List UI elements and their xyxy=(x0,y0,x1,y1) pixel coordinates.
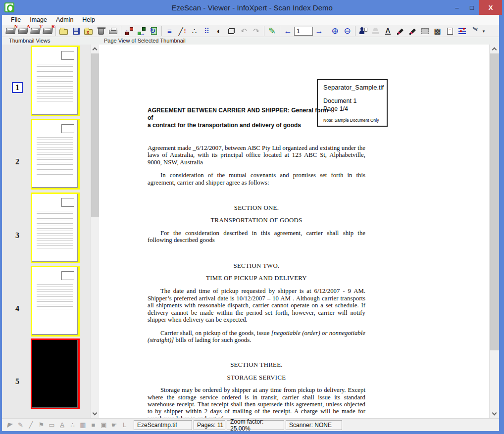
adjust-settings-button[interactable] xyxy=(456,26,468,37)
open-file-button[interactable] xyxy=(57,26,70,37)
toolbar-separator xyxy=(278,26,282,36)
marker-icon xyxy=(409,27,417,35)
hand-tool-icon[interactable]: ☛ xyxy=(109,420,119,430)
paragraph: The date and time of pickup requested by… xyxy=(148,288,365,323)
wand-dropdown-button[interactable]: ▾ xyxy=(481,26,487,37)
zoom-out-button[interactable]: ⊖ xyxy=(341,26,353,37)
page-number-input[interactable] xyxy=(294,27,313,36)
text-annotation-button[interactable]: A xyxy=(382,26,394,37)
zoom-in-button[interactable]: ⊕ xyxy=(329,26,341,37)
despeckle-light-button[interactable]: ∴ xyxy=(188,26,201,37)
close-icon: X xyxy=(489,4,493,11)
thumbnail-page-5[interactable] xyxy=(31,338,80,409)
paragraph: For the consideration described in this … xyxy=(148,230,365,244)
prev-page-button[interactable]: ← xyxy=(282,26,294,37)
toolbar-separator xyxy=(325,26,329,36)
status-scanner: Scanner: NONE xyxy=(286,420,342,430)
scroll-down-button[interactable] xyxy=(91,410,99,418)
page-view-scrollbar-thumb[interactable] xyxy=(490,53,499,350)
maximize-button[interactable]: □ xyxy=(464,0,479,15)
redo-icon: ↷ xyxy=(253,27,259,35)
marker-2-button[interactable] xyxy=(406,26,419,37)
crop-border-button[interactable] xyxy=(225,26,238,37)
close-button[interactable]: X xyxy=(479,0,502,15)
thumbnail-number-2: 2 xyxy=(12,157,23,166)
move-page-left-button[interactable]: ← xyxy=(123,26,135,37)
magic-wand-button[interactable] xyxy=(468,26,481,37)
spray-tool-icon[interactable]: ∴ xyxy=(67,420,78,430)
panel-header-row: Thumbnail Views Page View of Selected Th… xyxy=(2,37,499,45)
thumbnail-scrollbar-thumb[interactable] xyxy=(91,53,99,217)
stamp-button[interactable] xyxy=(369,26,382,37)
printer-icon xyxy=(109,30,117,34)
zoom-in-icon: ⊕ xyxy=(331,27,338,35)
thumbnail-page-image xyxy=(32,194,78,262)
rotate-icon: ↻ xyxy=(151,27,157,35)
save-file-button[interactable] xyxy=(70,26,82,37)
scan-append-button[interactable]: A xyxy=(17,26,29,37)
clean-image-button[interactable]: ▩ xyxy=(431,26,444,37)
thumbnail-page-4[interactable] xyxy=(31,266,80,337)
redact-person-button[interactable] xyxy=(357,26,369,37)
notes-button[interactable]: ≈ xyxy=(444,26,456,37)
delete-file-button[interactable]: x xyxy=(82,26,95,37)
despeckle-heavy-button[interactable]: ⠿ xyxy=(201,26,213,37)
next-page-button[interactable]: → xyxy=(313,26,325,37)
despeckle-light-icon: ∴ xyxy=(192,27,197,35)
redo-button[interactable]: ↷ xyxy=(250,26,262,37)
menu-admin[interactable]: Admin xyxy=(52,15,77,24)
minimize-button[interactable]: – xyxy=(450,0,464,15)
delete-folder-icon: x xyxy=(84,29,93,35)
menu-help[interactable]: Help xyxy=(78,15,99,24)
thumbnail-page-3[interactable] xyxy=(31,193,80,263)
deskew-button[interactable]: ╱! xyxy=(176,26,188,37)
scan-replace-button[interactable]: R xyxy=(42,26,54,37)
lasso-tool-icon[interactable]: ⚑ xyxy=(36,420,47,430)
page-view[interactable]: Separator_Sample.tif Document 1 Page 1/4… xyxy=(99,45,489,418)
scroll-up-button[interactable] xyxy=(490,45,499,53)
highlighter-button[interactable]: ✎ xyxy=(266,26,278,37)
select-region-button[interactable] xyxy=(419,26,431,37)
marker-1-button[interactable] xyxy=(394,26,406,37)
menu-image[interactable]: Image xyxy=(26,15,51,24)
paragraph: Agreement made _6/12/2007, between ABC P… xyxy=(148,145,365,166)
align-lines-button[interactable]: ≡ xyxy=(163,26,176,37)
move-page-right-button[interactable]: → xyxy=(135,26,148,37)
stamp-tool-icon[interactable]: ▦ xyxy=(78,420,88,430)
print-button[interactable] xyxy=(107,26,119,37)
scan-twain-button[interactable]: T xyxy=(29,26,42,37)
paragraph: Storage may be ordered by shipper at any… xyxy=(148,386,365,418)
status-file-name: EzeScantmp.tif xyxy=(134,420,192,430)
section-heading: SECTION ONE. xyxy=(148,204,365,211)
invert-button[interactable]: ◐ xyxy=(213,26,225,37)
thumbnail-page-image xyxy=(32,47,78,115)
fill-dots-tool-icon[interactable]: ▣ xyxy=(99,420,109,430)
pointer-tool-icon[interactable]: ◤ xyxy=(4,419,16,431)
scan-new-button[interactable]: N xyxy=(4,26,17,37)
section-heading: SECTION TWO. xyxy=(148,262,365,269)
thumbnail-page-image xyxy=(32,267,78,335)
delete-page-button[interactable] xyxy=(95,26,107,37)
zoom-out-icon: ⊖ xyxy=(344,27,351,35)
thumbnail-number-5: 5 xyxy=(12,377,23,386)
toolbar-separator xyxy=(262,26,266,36)
thumbnail-page-image xyxy=(32,340,78,408)
undo-button[interactable]: ↶ xyxy=(238,26,250,37)
text-annotation-icon: A xyxy=(385,28,391,35)
scroll-down-button[interactable] xyxy=(490,410,499,418)
thumbnail-page-2[interactable] xyxy=(31,119,80,190)
page-view-scrollbar[interactable] xyxy=(489,45,499,418)
thumbnail-scrollbar[interactable] xyxy=(90,45,99,418)
scroll-up-button[interactable] xyxy=(91,45,99,53)
fill-tool-icon[interactable]: ■ xyxy=(88,420,99,430)
thumbnail-page-1[interactable] xyxy=(31,46,80,116)
rotate-page-button[interactable]: ↻ xyxy=(148,26,160,37)
rectangle-tool-icon[interactable]: ▭ xyxy=(47,420,57,430)
paragraph: Carrier shall, on pickup of the goods, i… xyxy=(148,330,365,344)
move-right-icon: → xyxy=(137,27,146,35)
pencil-tool-icon[interactable]: ╱ xyxy=(26,420,36,430)
pen-tool-icon[interactable]: ✎ xyxy=(15,420,26,430)
menu-file[interactable]: File xyxy=(7,15,25,24)
text-tool-icon[interactable]: A xyxy=(57,420,67,430)
page-view-label: Page View of Selected Thumbnail xyxy=(104,38,186,44)
